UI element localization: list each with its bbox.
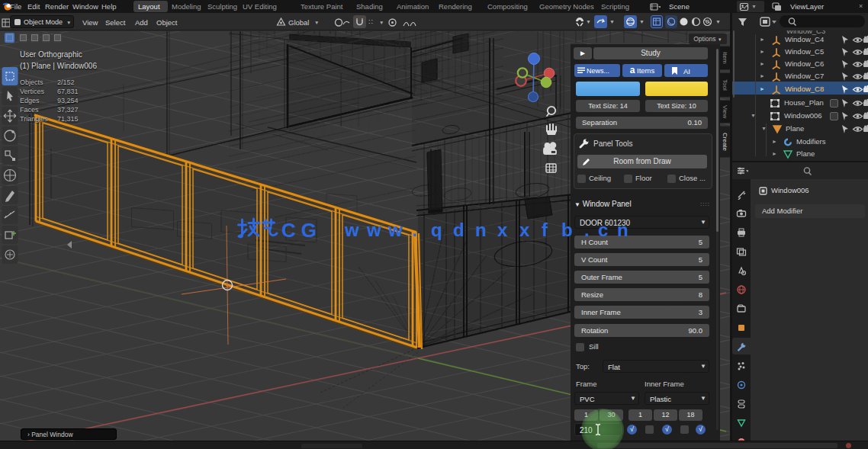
svg-text:CG: CG	[281, 219, 320, 241]
